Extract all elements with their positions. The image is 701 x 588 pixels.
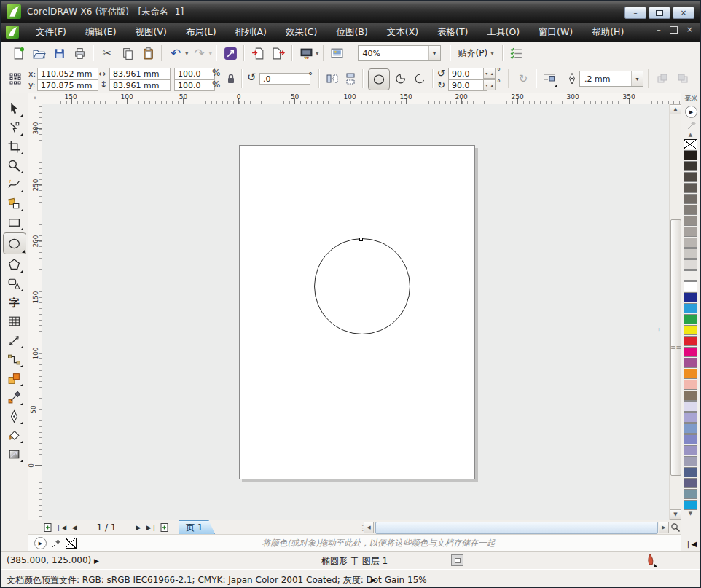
- drawing-canvas[interactable]: ⁞: [42, 104, 669, 520]
- palette-color-swatch-31[interactable]: [684, 478, 697, 488]
- scroll-right-icon[interactable]: ▶: [659, 522, 669, 533]
- palette-color-swatch-32[interactable]: [684, 489, 697, 499]
- palette-color-swatch-5[interactable]: [684, 194, 697, 204]
- outline-status-icon[interactable]: [643, 553, 658, 568]
- palette-color-swatch-26[interactable]: [684, 423, 697, 434]
- ellipse-node-handle[interactable]: [359, 238, 363, 241]
- dimension-tool[interactable]: [5, 332, 24, 349]
- window-minimize-button[interactable]: –: [624, 7, 646, 19]
- palette-color-swatch-21[interactable]: [684, 369, 697, 379]
- palette-color-swatch-20[interactable]: [684, 358, 697, 368]
- no-color-swatch[interactable]: [66, 538, 77, 549]
- scroll-up-icon[interactable]: ▲: [670, 104, 681, 114]
- doc-minimize-button[interactable]: –: [657, 25, 661, 34]
- menu-item-7[interactable]: 文本(X): [377, 23, 428, 42]
- scale-y-field[interactable]: 100.0: [174, 79, 215, 91]
- horizontal-ruler[interactable]: 15010050050100150200250300350: [42, 93, 681, 105]
- zoom-levels-combo[interactable]: 40% ▾: [358, 45, 441, 61]
- export-icon[interactable]: [270, 44, 287, 62]
- new-document-icon[interactable]: [9, 44, 27, 62]
- cut-icon[interactable]: ✂: [98, 44, 116, 62]
- import-icon[interactable]: [249, 44, 267, 62]
- menu-item-5[interactable]: 效果(C): [276, 23, 326, 42]
- ruler-origin-icon[interactable]: ⌖: [28, 93, 42, 105]
- change-direction-button[interactable]: ↻: [514, 70, 532, 87]
- snap-to-button[interactable]: 贴齐(P) ▾: [454, 47, 499, 60]
- freehand-tool[interactable]: [5, 176, 24, 193]
- palette-flyout-icon[interactable]: ▶: [685, 106, 697, 118]
- pie-mode-button[interactable]: [392, 70, 410, 87]
- undo-dropdown-icon[interactable]: ▾: [185, 50, 189, 57]
- add-page-after-icon[interactable]: [158, 522, 171, 533]
- palette-color-swatch-29[interactable]: [684, 456, 697, 466]
- interactive-fill-tool[interactable]: [5, 445, 24, 463]
- redo-icon[interactable]: ↷: [191, 44, 208, 62]
- mirror-vertical-button[interactable]: [342, 70, 359, 87]
- lock-ratio-icon[interactable]: [222, 70, 240, 87]
- print-icon[interactable]: [71, 44, 88, 62]
- color-eyedropper-tool[interactable]: [5, 388, 24, 406]
- redo-dropdown-icon[interactable]: ▾: [209, 50, 213, 57]
- zoom-tool[interactable]: [5, 157, 24, 174]
- first-page-icon[interactable]: ❘◀: [55, 522, 68, 533]
- palette-color-swatch-17[interactable]: [684, 325, 697, 335]
- palette-expand-icon[interactable]: ❘◀: [685, 540, 697, 548]
- palette-color-swatch-6[interactable]: [684, 205, 697, 215]
- mirror-horizontal-button[interactable]: [324, 70, 341, 87]
- palette-color-swatch-13[interactable]: [684, 281, 697, 291]
- menu-item-0[interactable]: 文件(F): [26, 23, 76, 42]
- welcome-screen-icon[interactable]: [329, 44, 346, 62]
- arc-mode-button[interactable]: [411, 70, 428, 87]
- next-page-icon[interactable]: ▶: [132, 522, 145, 533]
- coords-expand-icon[interactable]: ▶: [94, 557, 99, 565]
- document-palette-flyout-icon[interactable]: ▶: [34, 537, 47, 549]
- doc-restore-button[interactable]: [670, 26, 678, 34]
- smart-fill-tool[interactable]: [5, 195, 24, 212]
- menu-item-2[interactable]: 视图(V): [126, 23, 176, 42]
- fill-status-icon[interactable]: [451, 554, 463, 566]
- palette-color-swatch-23[interactable]: [684, 391, 697, 401]
- table-tool[interactable]: [5, 313, 24, 330]
- ellipse-mode-button[interactable]: [368, 68, 390, 90]
- basic-shapes-tool[interactable]: [5, 275, 24, 292]
- palette-color-swatch-14[interactable]: [684, 292, 697, 302]
- palette-color-swatch-4[interactable]: [684, 183, 697, 193]
- palette-color-swatch-28[interactable]: [684, 445, 697, 455]
- vertical-scrollbar[interactable]: ▲ ≡≡ ▼: [669, 104, 681, 520]
- object-position-grid-icon[interactable]: [7, 70, 24, 87]
- shape-tool[interactable]: [5, 119, 24, 136]
- palette-color-swatch-15[interactable]: [684, 303, 697, 313]
- rotation-angle-field[interactable]: .0: [259, 73, 310, 85]
- palette-color-swatch-25[interactable]: [684, 412, 697, 423]
- launcher-dropdown-icon[interactable]: ▾: [316, 50, 319, 57]
- menu-item-10[interactable]: 窗口(W): [529, 23, 582, 42]
- docker-grab-handle[interactable]: ⁞: [658, 329, 660, 332]
- pan-zoom-icon[interactable]: [669, 522, 682, 533]
- window-close-button[interactable]: ×: [673, 7, 694, 19]
- snap-dropdown-icon[interactable]: ▾: [490, 50, 494, 57]
- palette-color-swatch-3[interactable]: [684, 172, 697, 182]
- palette-scroll-up-icon[interactable]: ▲: [684, 132, 697, 138]
- menu-item-4[interactable]: 排列(A): [226, 23, 276, 42]
- doc-close-button[interactable]: ×: [686, 25, 693, 34]
- ellipse-tool[interactable]: [3, 232, 26, 254]
- menu-item-11[interactable]: 帮助(H): [582, 23, 633, 42]
- save-icon[interactable]: [50, 44, 68, 62]
- start-angle-spinner[interactable]: ▾▴: [483, 68, 496, 79]
- horizontal-scroll-thumb[interactable]: [375, 522, 658, 534]
- vertical-ruler[interactable]: 300250200150100500: [28, 104, 42, 520]
- rectangle-tool[interactable]: [5, 213, 24, 231]
- menu-item-8[interactable]: 表格(T): [428, 23, 477, 42]
- palette-color-swatch-2[interactable]: [684, 161, 697, 171]
- palette-color-swatch-1[interactable]: [684, 150, 697, 160]
- palette-color-swatch-9[interactable]: [684, 238, 697, 248]
- palette-color-swatch-10[interactable]: [684, 248, 697, 259]
- window-restore-button[interactable]: [649, 7, 670, 19]
- menu-item-1[interactable]: 编辑(E): [76, 23, 126, 42]
- copy-icon[interactable]: [119, 44, 136, 62]
- scroll-left-icon[interactable]: ◀: [364, 522, 374, 533]
- page-tab[interactable]: 页 1: [179, 520, 215, 535]
- menu-item-9[interactable]: 工具(O): [478, 23, 530, 42]
- palette-scroll-down-icon[interactable]: ▼: [684, 511, 697, 517]
- polygon-tool[interactable]: [5, 256, 24, 273]
